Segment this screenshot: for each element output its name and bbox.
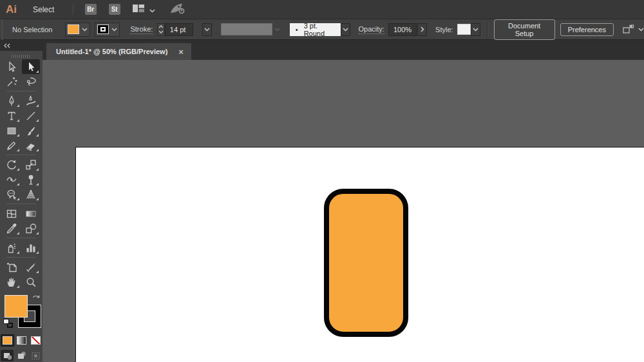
style-swatch[interactable] [457,24,471,35]
profile-value: 3 pt. Round [304,22,335,37]
preferences-button[interactable]: Preferences [560,23,614,36]
chevron-down-icon [82,28,88,32]
gradient-button[interactable] [15,334,28,347]
artboard-tool[interactable] [3,260,21,274]
magic-wand-tool[interactable] [3,74,21,89]
workspace-switcher-icon [132,4,145,15]
document-setup-button[interactable]: Document Setup [494,19,555,40]
pen-tool[interactable] [3,93,21,108]
gradient-tool[interactable] [22,206,40,221]
line-segment-tool[interactable] [22,108,40,123]
mesh-tool[interactable] [3,206,21,221]
stroke-weight-stepper[interactable] [157,23,165,36]
column-graph-tool[interactable] [22,240,40,255]
fill-color-icon [3,336,12,345]
color-mode-buttons [0,334,43,347]
bridge-button[interactable]: Br [85,4,97,15]
tools-panel-header[interactable] [0,40,43,51]
fill-proxy-swatch[interactable] [5,295,28,318]
workspace-switcher[interactable] [132,4,155,15]
curvature-tool[interactable] [22,93,40,108]
stock-button[interactable]: St [109,4,120,15]
style-dropdown[interactable] [471,23,480,36]
stroke-color-swatch [97,24,109,34]
draw-inside-icon [30,350,41,361]
rounded-rectangle-object[interactable] [324,189,408,337]
variable-width-profile-dropdown[interactable] [341,23,350,36]
eyedropper-tool[interactable] [3,221,21,236]
artboard[interactable] [75,147,644,362]
chevron-down-icon [149,4,155,15]
opacity-label[interactable]: Opacity: [359,25,384,34]
symbol-sprayer-tool[interactable] [3,240,21,255]
chevron-down-icon [111,28,117,32]
document-tab-bar: Untitled-1* @ 50% (RGB/Preview) × [43,40,644,60]
drawing-mode-buttons [0,350,43,361]
type-tool[interactable] [3,108,21,123]
none-button[interactable] [29,334,43,347]
gpu-performance-icon[interactable] [169,2,186,17]
stroke-weight-dropdown[interactable] [202,23,212,36]
fill-color-button[interactable] [1,334,14,347]
menu-bar: Ai FileEditObjectTypeSelectEffectViewWin… [0,0,644,19]
zoom-tool[interactable] [22,274,40,289]
tool-grid [0,59,43,289]
chevron-down-icon [638,28,644,32]
tools-panel [0,40,43,362]
direct-selection-tool[interactable] [22,59,40,74]
draw-inside-button[interactable] [29,350,42,361]
control-bar: No Selection Stroke: 14 pt • 3 pt. Round [0,19,644,40]
draw-normal-button[interactable] [1,350,14,361]
default-fill-stroke-icon[interactable] [3,319,13,328]
perspective-grid-tool[interactable] [22,187,40,202]
hand-tool[interactable] [3,274,21,289]
draw-behind-icon [16,350,26,361]
tool-separator [6,257,36,258]
blend-tool[interactable] [22,221,40,236]
illustrator-window: Ai FileEditObjectTypeSelectEffectViewWin… [0,0,644,362]
slice-tool[interactable] [22,260,40,274]
opacity-expand-button[interactable] [417,23,427,36]
width-tool[interactable] [3,172,21,187]
tools-panel-grip[interactable] [12,55,31,58]
selection-tool[interactable] [3,59,21,74]
app-logo: Ai [6,3,17,16]
swap-fill-stroke-icon[interactable] [32,294,41,305]
puppet-warp-tool[interactable] [22,172,40,187]
rotate-tool[interactable] [3,157,21,172]
rectangle-tool[interactable] [3,123,21,138]
draw-normal-icon [2,350,12,361]
variable-width-profile-field[interactable]: • 3 pt. Round [290,23,341,36]
fill-color-dropdown[interactable] [65,23,90,37]
stroke-label[interactable]: Stroke: [130,25,153,34]
menu-select[interactable]: Select [26,0,68,19]
opacity-field[interactable]: 100% [388,23,417,36]
selection-status: No Selection [12,26,52,33]
scale-tool[interactable] [22,157,40,172]
controlbar-grip[interactable] [0,19,4,40]
document-tab[interactable]: Untitled-1* @ 50% (RGB/Preview) × [46,43,191,60]
pencil-tool[interactable] [3,138,21,153]
workspace: Untitled-1* @ 50% (RGB/Preview) × [0,40,644,362]
tool-separator [6,238,36,238]
none-icon [31,336,41,345]
paintbrush-tool[interactable] [22,123,40,138]
document-tab-title: Untitled-1* @ 50% (RGB/Preview) [56,48,167,55]
lasso-tool[interactable] [22,74,40,89]
eraser-tool[interactable] [22,138,40,153]
stroke-color-dropdown[interactable] [95,23,120,37]
gradient-icon [17,336,26,345]
align-options[interactable] [621,24,644,35]
draw-behind-button[interactable] [15,350,28,361]
fill-color-swatch [68,24,79,34]
shape-builder-tool[interactable] [3,187,21,202]
tab-close-icon[interactable]: × [178,47,184,57]
collapse-panel-icon [3,43,11,48]
brush-definition-preview [221,23,272,35]
snap-options-icon [621,24,634,35]
canvas-pasteboard[interactable] [43,60,644,362]
controlbar-separator [487,23,488,37]
stroke-weight-field[interactable]: 14 pt [165,23,193,36]
tool-separator [6,91,36,91]
profile-bullet: • [296,26,298,33]
